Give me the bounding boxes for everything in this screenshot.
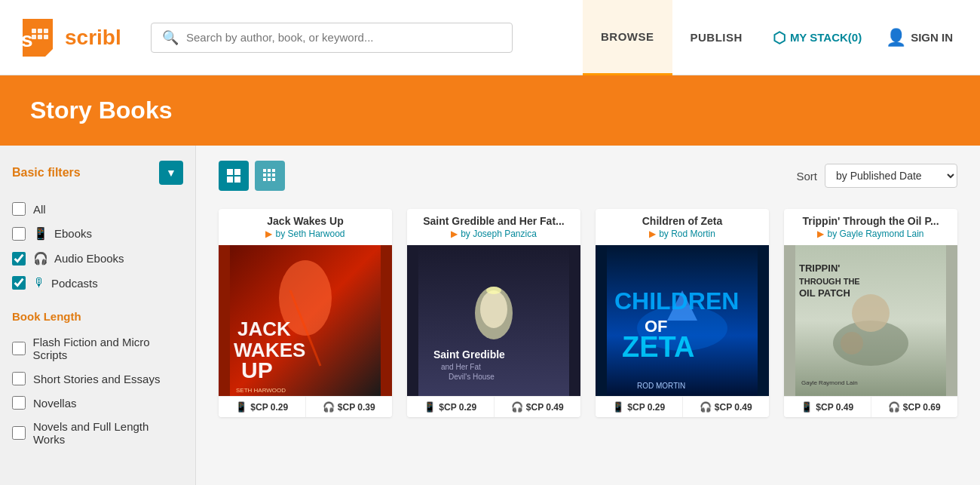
filter-ebooks[interactable]: 📱 Ebooks bbox=[12, 221, 183, 246]
filter-flash-label: Flash Fiction and Micro Scripts bbox=[33, 336, 183, 361]
podcast-icon: 🎙 bbox=[33, 276, 45, 290]
svg-rect-13 bbox=[268, 169, 271, 172]
filter-all-checkbox[interactable] bbox=[12, 202, 26, 216]
svg-text:Devil's House: Devil's House bbox=[449, 373, 495, 381]
sort-label: Sort bbox=[796, 170, 817, 183]
audio-price-3[interactable]: 🎧 $CP 0.69 bbox=[871, 396, 958, 417]
svg-text:OIL PATCH: OIL PATCH bbox=[799, 287, 850, 299]
site-name: scribl bbox=[65, 26, 121, 50]
filter-novellas[interactable]: Novellas bbox=[12, 391, 183, 415]
svg-point-44 bbox=[852, 294, 890, 332]
ebook-price-icon-3: 📱 bbox=[801, 401, 813, 413]
filter-dropdown-button[interactable]: ▼ bbox=[159, 161, 183, 185]
author-arrow-icon-1: ▶ bbox=[451, 229, 458, 239]
book-cover-0: JACK WAKES UP SETH HARWOOD bbox=[219, 245, 392, 396]
ebook-price-0[interactable]: 📱 $CP 0.29 bbox=[219, 396, 306, 417]
audio-price-icon-3: 🎧 bbox=[888, 401, 900, 413]
grid-view-small-button[interactable] bbox=[255, 161, 285, 191]
filter-shortstories[interactable]: Short Stories and Essays bbox=[12, 367, 183, 391]
audio-price-2[interactable]: 🎧 $CP 0.49 bbox=[683, 396, 770, 417]
nav-browse[interactable]: BROWSE bbox=[583, 0, 672, 75]
filter-ebooks-label: Ebooks bbox=[54, 227, 92, 240]
svg-point-30 bbox=[480, 290, 507, 328]
ebook-price-1[interactable]: 📱 $CP 0.29 bbox=[407, 396, 495, 417]
ebook-icon: 📱 bbox=[33, 226, 48, 241]
filter-flash[interactable]: Flash Fiction and Micro Scripts bbox=[12, 330, 183, 367]
book-card-1[interactable]: Saint Gredible and Her Fat... ▶ by Josep… bbox=[407, 209, 580, 417]
content-area: Sort by Published Date by Title by Autho… bbox=[196, 146, 980, 485]
sidebar: Basic filters ▼ All 📱 Ebooks 🎧 Audio Ebo… bbox=[0, 146, 196, 485]
svg-rect-10 bbox=[227, 177, 233, 183]
filter-podcasts-checkbox[interactable] bbox=[12, 276, 26, 290]
ebook-price-2[interactable]: 📱 $CP 0.29 bbox=[596, 396, 683, 417]
nav-mystack[interactable]: ⬡ MY STACK(0) bbox=[761, 0, 874, 75]
svg-text:UP: UP bbox=[241, 358, 273, 382]
audio-price-1[interactable]: 🎧 $CP 0.49 bbox=[495, 396, 581, 417]
filter-audioebooks-checkbox[interactable] bbox=[12, 252, 26, 266]
mystack-label: MY STACK(0) bbox=[790, 31, 862, 44]
book-author-3: ▶ by Gayle Raymond Lain bbox=[784, 229, 957, 245]
svg-text:CHILDREN: CHILDREN bbox=[614, 287, 739, 315]
book-length-label: Book Length bbox=[12, 310, 183, 323]
stack-icon: ⬡ bbox=[773, 29, 786, 47]
audio-price-0[interactable]: 🎧 $CP 0.39 bbox=[306, 396, 393, 417]
svg-rect-9 bbox=[234, 169, 240, 175]
books-grid: Jack Wakes Up ▶ by Seth Harwood bbox=[219, 209, 957, 417]
audio-price-icon-2: 🎧 bbox=[700, 401, 712, 413]
filter-flash-checkbox[interactable] bbox=[12, 342, 26, 355]
ebook-price-icon-0: 📱 bbox=[235, 401, 247, 413]
book-card-3[interactable]: Trippin' Through the Oil P... ▶ by Gayle… bbox=[784, 209, 957, 417]
svg-point-45 bbox=[841, 332, 863, 355]
book-cover-2: CHILDREN OF ZETA ROD MORTIN bbox=[596, 245, 769, 396]
book-card-0[interactable]: Jack Wakes Up ▶ by Seth Harwood bbox=[219, 209, 392, 417]
book-card-2[interactable]: Children of Zeta ▶ by Rod Mortin bbox=[596, 209, 769, 417]
svg-rect-4 bbox=[44, 29, 48, 33]
nav-publish[interactable]: PUBLISH bbox=[672, 0, 761, 75]
scribl-logo[interactable]: s bbox=[15, 15, 60, 60]
book-author-0: ▶ by Seth Harwood bbox=[219, 229, 392, 245]
svg-rect-5 bbox=[32, 35, 36, 39]
ebook-price-3[interactable]: 📱 $CP 0.49 bbox=[784, 396, 871, 417]
book-author-1: ▶ by Joseph Panzica bbox=[407, 229, 580, 245]
book-author-2: ▶ by Rod Mortin bbox=[596, 229, 769, 245]
book-pricing-1: 📱 $CP 0.29 🎧 $CP 0.49 bbox=[407, 396, 580, 417]
filter-podcasts[interactable]: 🎙 Podcasts bbox=[12, 271, 183, 295]
svg-text:TRIPPIN': TRIPPIN' bbox=[799, 262, 840, 274]
svg-rect-11 bbox=[234, 177, 240, 183]
book-title-3: Trippin' Through the Oil P... bbox=[784, 209, 957, 229]
svg-rect-16 bbox=[268, 173, 271, 177]
svg-text:SETH HARWOOD: SETH HARWOOD bbox=[236, 387, 286, 394]
svg-rect-18 bbox=[263, 178, 266, 181]
nav-signin[interactable]: 👤 SIGN IN bbox=[874, 0, 965, 75]
ebook-price-icon-1: 📱 bbox=[424, 401, 436, 413]
filter-shortstories-checkbox[interactable] bbox=[12, 372, 26, 385]
ebook-price-icon-2: 📱 bbox=[612, 401, 624, 413]
main-nav: BROWSE PUBLISH ⬡ MY STACK(0) 👤 SIGN IN bbox=[583, 0, 965, 75]
filter-audioebooks[interactable]: 🎧 Audio Ebooks bbox=[12, 246, 183, 271]
svg-text:Gayle Raymond Lain: Gayle Raymond Lain bbox=[801, 379, 858, 386]
audio-ebook-icon: 🎧 bbox=[33, 251, 48, 266]
filter-novels-checkbox[interactable] bbox=[12, 426, 26, 440]
book-title-1: Saint Gredible and Her Fat... bbox=[407, 209, 580, 229]
book-title-2: Children of Zeta bbox=[596, 209, 769, 229]
search-input[interactable] bbox=[186, 31, 501, 44]
main-layout: Basic filters ▼ All 📱 Ebooks 🎧 Audio Ebo… bbox=[0, 146, 980, 485]
filter-novellas-label: Novellas bbox=[33, 397, 77, 410]
filter-shortstories-label: Short Stories and Essays bbox=[33, 373, 160, 385]
sort-select[interactable]: by Published Date by Title by Author by … bbox=[825, 164, 957, 188]
svg-text:and Her Fat: and Her Fat bbox=[441, 363, 481, 371]
svg-rect-7 bbox=[44, 35, 48, 39]
filter-novels[interactable]: Novels and Full Length Works bbox=[12, 415, 183, 451]
search-box: 🔍 bbox=[151, 23, 513, 53]
filter-ebooks-checkbox[interactable] bbox=[12, 227, 26, 241]
author-arrow-icon-3: ▶ bbox=[817, 229, 824, 239]
svg-rect-14 bbox=[272, 169, 275, 172]
svg-text:ROD MORTIN: ROD MORTIN bbox=[637, 382, 685, 390]
page-banner: Story Books bbox=[0, 75, 980, 146]
filter-all[interactable]: All bbox=[12, 197, 183, 221]
svg-rect-3 bbox=[38, 29, 42, 33]
filter-novellas-checkbox[interactable] bbox=[12, 396, 26, 410]
filter-audioebooks-label: Audio Ebooks bbox=[54, 252, 124, 265]
grid-view-large-button[interactable] bbox=[219, 161, 249, 191]
svg-rect-6 bbox=[38, 35, 42, 39]
